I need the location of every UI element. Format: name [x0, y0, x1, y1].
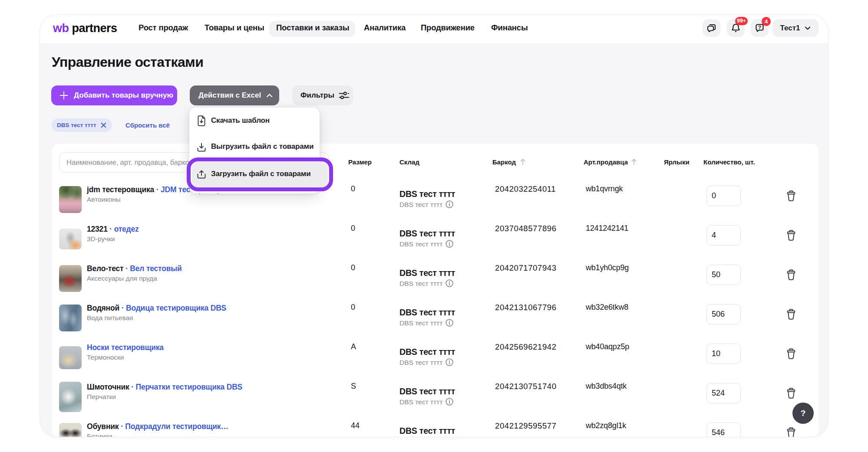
svg-text:?: ?: [758, 25, 761, 30]
